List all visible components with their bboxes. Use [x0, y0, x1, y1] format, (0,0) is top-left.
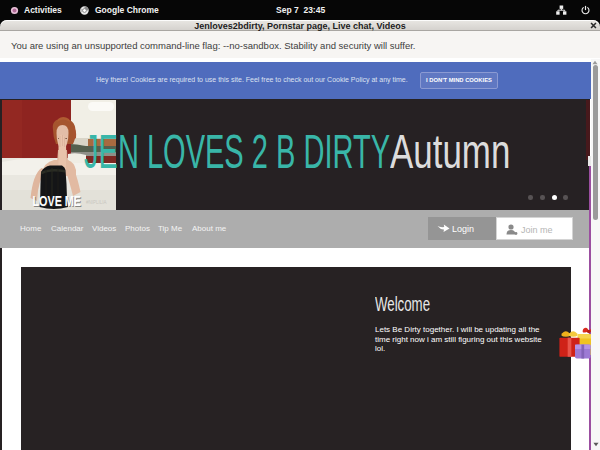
svg-text:LOVE ME: LOVE ME: [33, 192, 82, 209]
svg-text:#NIPLILIA: #NIPLILIA: [86, 200, 107, 205]
